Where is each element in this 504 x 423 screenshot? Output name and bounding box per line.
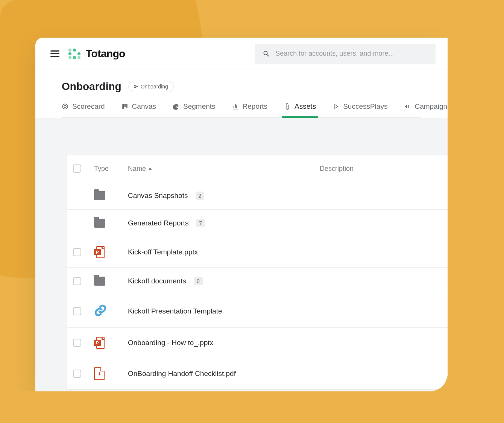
table-row[interactable]: Canvas Snapshots2 — [67, 182, 448, 210]
count-badge: 2 — [196, 192, 205, 200]
tab-canvas[interactable]: Canvas — [121, 102, 156, 117]
search-input[interactable] — [275, 50, 428, 58]
brand-name: Totango — [86, 48, 125, 60]
powerpoint-icon: P — [94, 337, 105, 349]
pie-icon — [173, 103, 179, 110]
tab-assets[interactable]: Assets — [284, 102, 316, 117]
paperclip-icon — [284, 103, 291, 110]
kanban-icon — [121, 103, 128, 110]
tab-label: Scorecard — [72, 102, 105, 111]
row-checkbox[interactable] — [73, 339, 81, 347]
row-checkbox[interactable] — [73, 307, 81, 315]
asset-name: Onboarding - How to_.pptx — [128, 339, 213, 347]
top-bar: Totango — [35, 38, 448, 70]
megaphone-icon — [404, 103, 411, 110]
table-row[interactable]: Kickoff Presentation Template — [67, 295, 448, 328]
target-icon — [62, 103, 68, 110]
sort-asc-icon — [148, 167, 152, 170]
brand-logo: Totango — [68, 48, 125, 60]
asset-name: Canvas Snapshots — [128, 192, 188, 200]
app-window: Totango Onboarding Onboarding Scorecard — [35, 38, 448, 391]
table-row[interactable]: P Onboarding - How to_.pptx — [67, 328, 448, 358]
count-badge: 7 — [196, 219, 205, 227]
row-checkbox[interactable] — [73, 277, 81, 285]
table-row[interactable]: P Kick-off Template.pptx — [67, 237, 448, 268]
play-icon — [332, 103, 339, 110]
table-row[interactable]: Generated Reports7 — [67, 210, 448, 237]
count-badge: 0 — [194, 277, 203, 285]
content-area: Type Name Description Canvas Snapshots2 … — [35, 118, 448, 391]
row-checkbox[interactable] — [73, 370, 81, 378]
asset-name: Generated Reports — [128, 219, 189, 227]
tab-segments[interactable]: Segments — [173, 102, 216, 117]
search-box[interactable] — [255, 44, 436, 64]
col-description[interactable]: Description — [320, 165, 448, 173]
tab-successplays[interactable]: SuccessPlays — [332, 102, 387, 117]
tab-label: Canvas — [132, 102, 156, 111]
search-icon — [263, 50, 270, 58]
tab-campaigns[interactable]: Campaigns — [404, 102, 448, 117]
link-icon — [94, 304, 107, 318]
select-all-checkbox[interactable] — [73, 164, 81, 173]
table-row[interactable]: ⬇ OnBoarding Handoff Checklist.pdf — [67, 358, 448, 390]
outer-frame: Totango Onboarding Onboarding Scorecard — [0, 0, 448, 391]
col-name[interactable]: Name — [128, 165, 320, 173]
powerpoint-icon: P — [94, 246, 105, 258]
folder-icon — [94, 191, 105, 200]
bar-chart-icon — [232, 103, 239, 110]
asset-name: OnBoarding Handoff Checklist.pdf — [128, 370, 236, 378]
row-checkbox[interactable] — [73, 248, 81, 256]
tab-label: Assets — [295, 102, 316, 111]
tab-scorecard[interactable]: Scorecard — [62, 102, 105, 117]
tab-label: Campaigns — [414, 102, 448, 111]
menu-icon[interactable] — [50, 50, 59, 57]
assets-table: Type Name Description Canvas Snapshots2 … — [67, 155, 448, 390]
tabs: Scorecard Canvas Segments Reports Assets — [62, 102, 421, 118]
asset-name: Kick-off Template.pptx — [128, 248, 198, 256]
asset-name: Kickoff documents — [128, 277, 186, 285]
asset-name: Kickoff Presentation Template — [128, 307, 222, 315]
tab-label: Segments — [183, 102, 216, 111]
pdf-icon: ⬇ — [94, 367, 105, 380]
logo-mark-icon — [68, 49, 83, 59]
breadcrumb-chip[interactable]: Onboarding — [128, 81, 174, 92]
tab-reports[interactable]: Reports — [232, 102, 268, 117]
page-title: Onboarding — [62, 81, 121, 93]
folder-icon — [94, 277, 105, 286]
tab-label: Reports — [243, 102, 268, 111]
chip-label: Onboarding — [141, 84, 168, 90]
navigate-icon — [134, 84, 138, 89]
sub-header: Onboarding Onboarding Scorecard Canvas — [35, 70, 448, 118]
tab-label: SuccessPlays — [343, 102, 387, 111]
table-header: Type Name Description — [67, 155, 448, 182]
col-type[interactable]: Type — [94, 165, 128, 173]
folder-icon — [94, 219, 105, 228]
table-row[interactable]: Kickoff documents0 — [67, 268, 448, 295]
